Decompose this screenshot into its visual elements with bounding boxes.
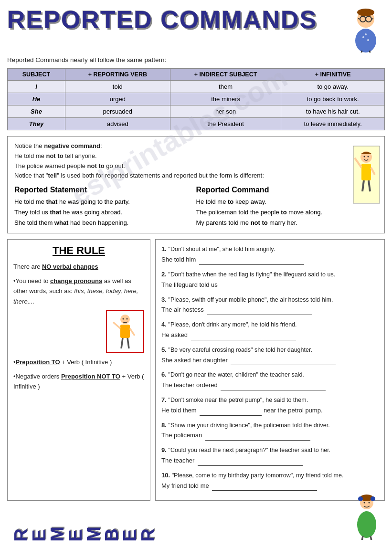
svg-line-24 <box>113 322 120 328</box>
answer-line[interactable] <box>199 254 304 265</box>
col-reporting-verb: + REPORTING VERB <box>65 69 170 81</box>
exercise-quote: "Be very careful crossing roads" she tol… <box>168 347 312 353</box>
exercise-number: 7. <box>161 396 168 403</box>
exercise-item: 10. "Please, come to my birthday party t… <box>161 471 379 491</box>
reported-statement-heading: Reported Statement <box>14 186 191 194</box>
answer-line[interactable] <box>221 380 326 390</box>
exercise-starter: The teacher <box>161 457 196 464</box>
bottom-row: REMEMBER <box>7 506 385 558</box>
exercise-number: 3. <box>161 296 168 303</box>
table-cell-0-0: I <box>8 81 65 93</box>
rule-bullet-section: •You need to change pronouns as well as … <box>13 276 144 392</box>
exercise-starter: The teacher ordered <box>161 381 219 389</box>
exercise-starter: She told him <box>161 256 198 263</box>
exercise-starter: My friend told me <box>161 482 211 489</box>
svg-point-11 <box>367 39 369 41</box>
notice-text: Notice the negative command: He told me … <box>14 141 378 181</box>
answer-line[interactable] <box>207 305 312 315</box>
table-cell-3-2: the President <box>170 118 281 130</box>
exercise-number: 4. <box>161 321 168 328</box>
table-row: Itoldthemto go away. <box>8 81 385 93</box>
table-cell-2-2: her son <box>170 105 281 118</box>
notice-box: Notice the negative command: He told me … <box>7 136 385 233</box>
rule-stick-figure <box>108 313 142 351</box>
col-subject: SUBJECT <box>8 69 65 81</box>
exercise-quote: "Don't shout at me", she told him angril… <box>168 246 275 253</box>
answer-line[interactable] <box>200 405 262 416</box>
col-indirect-subject: + INDIRECT SUBJECT <box>170 69 281 81</box>
table-cell-1-3: to go back to work. <box>281 93 385 105</box>
remember-section: REMEMBER <box>7 506 150 558</box>
svg-point-41 <box>371 496 375 501</box>
table-header-row: SUBJECT + REPORTING VERB + INDIRECT SUBJ… <box>8 69 385 81</box>
exercise-starter: The lifeguard told us <box>161 281 219 288</box>
reported-columns: Reported Statement He told me that he wa… <box>14 186 378 228</box>
table-cell-1-1: urged <box>65 93 170 105</box>
svg-point-40 <box>358 496 363 501</box>
exercise-quote: "Could you read the next paragraph?" the… <box>168 447 330 453</box>
exercise-quote: "Show me your driving licence", the poli… <box>168 422 329 429</box>
svg-point-45 <box>364 502 365 504</box>
exercise-item: 6. "Don't go near the water, children" t… <box>161 370 379 390</box>
exercise-starter: She asked her daughter <box>161 357 229 364</box>
exercise-number: 9. <box>161 446 168 453</box>
table-row: Theyadvisedthe Presidentto leave immedia… <box>8 118 385 130</box>
svg-point-7 <box>357 9 374 16</box>
svg-rect-15 <box>361 164 371 180</box>
svg-point-46 <box>369 502 370 504</box>
table-cell-2-3: to have his hair cut. <box>281 105 385 118</box>
answer-line[interactable] <box>205 430 310 441</box>
svg-line-44 <box>371 536 372 540</box>
svg-point-21 <box>368 156 369 158</box>
title-area: REPORTED COMMANDS <box>7 5 385 53</box>
not-to-1: not to <box>46 152 63 159</box>
rule-preposition-to: •Preposition TO + Verb ( Infinitive ) <box>13 357 144 367</box>
answer-line[interactable] <box>212 481 317 491</box>
answer-line[interactable] <box>221 280 326 290</box>
svg-point-42 <box>357 511 376 538</box>
rule-figure-wrapper <box>13 310 144 353</box>
preposition-label: Preposition TO <box>16 358 60 366</box>
table-cell-0-2: them <box>170 81 281 93</box>
exercise-quote: "Please, don't drink any more", he told … <box>168 321 297 328</box>
answer-line[interactable] <box>191 330 296 340</box>
svg-point-12 <box>365 33 367 35</box>
reported-command-col: Reported Command He told me to keep away… <box>196 186 378 228</box>
exercise-panel: 1. "Don't shout at me", she told him ang… <box>155 239 385 501</box>
table-cell-3-0: They <box>8 118 65 130</box>
exercise-quote: "Please, swith off your mobile phone", t… <box>168 296 333 303</box>
exercise-number: 2. <box>161 271 168 278</box>
svg-point-20 <box>364 156 365 158</box>
col-infinitive: + INFINITIVE <box>281 69 385 81</box>
rule-panel: THE RULE There are NO verbal changes •Yo… <box>7 239 150 501</box>
table-header: SUBJECT + REPORTING VERB + INDIRECT SUBJ… <box>8 69 385 81</box>
preposition-not-to: Preposition NOT TO <box>61 373 120 380</box>
answer-line[interactable] <box>231 355 336 366</box>
exercise-item: 7. "Don't smoke near the petrol pump", h… <box>161 395 379 416</box>
exercise-starter: He told them <box>161 407 198 414</box>
exercise-quote: "Don't go near the water, children" the … <box>168 371 304 378</box>
exercise-number: 5. <box>161 346 168 353</box>
rule-negative-orders: •Negative orders Preposition NOT TO + Ve… <box>13 371 144 392</box>
change-pronouns-text: change pronouns <box>50 277 102 284</box>
exercise-item: 5. "Be very careful crossing roads" she … <box>161 345 379 366</box>
exercise-number: 10. <box>161 472 172 479</box>
rule-title: THE RULE <box>13 244 144 257</box>
svg-line-43 <box>361 536 363 540</box>
table-body: Itoldthemto go away.Heurgedthe minersto … <box>8 81 385 130</box>
exercise-item: 8. "Show me your driving licence", the p… <box>161 421 379 441</box>
svg-line-4 <box>358 19 360 19</box>
reported-statement-col: Reported Statement He told me that he wa… <box>14 186 196 228</box>
extra-figure <box>349 492 385 540</box>
title-figure <box>347 5 385 53</box>
main-table: SUBJECT + REPORTING VERB + INDIRECT SUBJ… <box>7 68 385 130</box>
svg-line-27 <box>127 338 129 348</box>
table-cell-0-1: told <box>65 81 170 93</box>
rule-line1: There are NO verbal changes <box>13 262 144 272</box>
no-verbal-changes: NO verbal changes <box>42 263 98 270</box>
svg-point-28 <box>123 318 124 320</box>
exercise-starter: He asked <box>161 331 190 338</box>
exercise-number: 6. <box>161 371 168 378</box>
table-cell-3-3: to leave immediately. <box>281 118 385 130</box>
answer-line[interactable] <box>198 455 303 466</box>
